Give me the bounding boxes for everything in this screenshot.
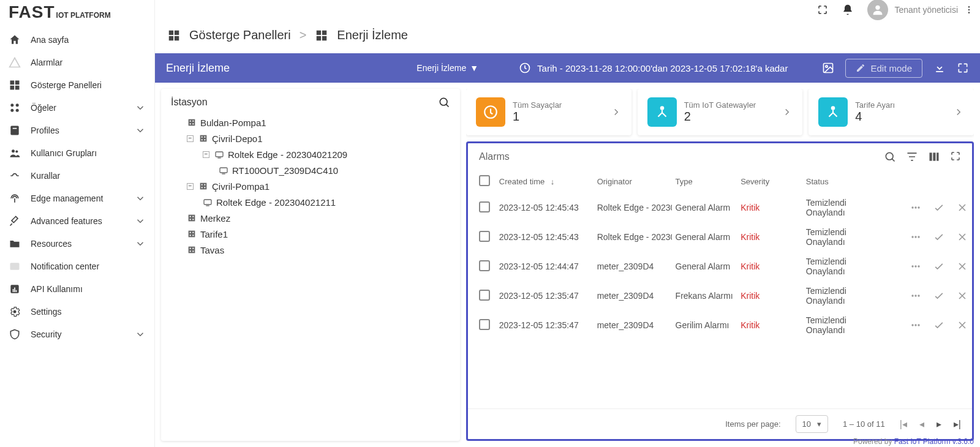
table-row[interactable]: 2023-12-05 12:44:47 meter_2309D4 General… [468, 252, 972, 281]
tree-node[interactable]: −Roltek Edge - 202304021209 [171, 146, 450, 162]
row-checkbox[interactable] [479, 201, 490, 212]
nav-item-advanced[interactable]: Advanced features [0, 209, 154, 232]
more-icon[interactable] [910, 260, 922, 272]
tree-node[interactable]: Tavas [171, 242, 450, 258]
footer-link[interactable]: Fast IoT Platform v.3.6.0 [894, 437, 974, 446]
svg-rect-28 [317, 36, 321, 40]
breadcrumb-item-1[interactable]: Gösterge Panelleri [189, 28, 291, 42]
collapse-icon[interactable]: − [187, 183, 194, 190]
select-all-checkbox[interactable] [479, 175, 490, 186]
tree-node[interactable]: −Çivril-Pompa1 [171, 178, 450, 194]
date-range-picker[interactable]: Tarih - 2023-11-28 12:00:00'dan 2023-12-… [519, 62, 788, 74]
close-icon[interactable] [956, 260, 968, 272]
table-row[interactable]: 2023-12-05 12:35:47 meter_2309D4 Gerilim… [468, 310, 972, 340]
stat-label: Tarife Ayarı [855, 100, 895, 110]
nav-item-api[interactable]: API Kullanımı [0, 277, 154, 300]
column-type[interactable]: Type [676, 177, 693, 186]
table-row[interactable]: 2023-12-05 12:35:47 meter_2309D4 Frekans… [468, 281, 972, 310]
close-icon[interactable] [956, 290, 968, 302]
search-icon[interactable] [884, 151, 896, 163]
more-vert-icon[interactable] [964, 5, 974, 15]
column-created-time[interactable]: Created time [499, 177, 545, 186]
check-icon[interactable] [933, 231, 945, 243]
expand-icon[interactable] [957, 62, 969, 74]
row-checkbox[interactable] [479, 231, 490, 242]
last-page-icon[interactable]: ▸| [954, 418, 961, 430]
dashboard-selector[interactable]: Enerji İzleme ▼ [417, 63, 478, 73]
svg-rect-23 [175, 30, 179, 34]
svg-point-18 [876, 6, 880, 10]
expand-icon[interactable] [950, 151, 961, 163]
first-page-icon[interactable]: |◂ [900, 418, 907, 430]
edit-mode-button[interactable]: Edit mode [845, 59, 922, 78]
nav-item-users[interactable]: Kullanıcı Grupları [0, 141, 154, 164]
fullscreen-icon[interactable] [817, 4, 828, 15]
table-row[interactable]: 2023-12-05 12:45:43 Roltek Edge - 202304… [468, 222, 972, 252]
nav-item-dashboard[interactable]: Gösterge Panelleri [0, 73, 154, 96]
nav-item-profiles[interactable]: Profiles [0, 119, 154, 141]
nav-label: Advanced features [24, 216, 135, 226]
nav-item-folder[interactable]: Resources [0, 232, 154, 255]
row-checkbox[interactable] [479, 319, 490, 330]
check-icon[interactable] [933, 260, 945, 272]
svg-rect-62 [189, 247, 195, 254]
prev-page-icon[interactable]: ◂ [919, 418, 924, 430]
column-status[interactable]: Status [806, 177, 829, 186]
bell-icon[interactable] [842, 4, 854, 16]
tree-node[interactable]: Buldan-Pompa1 [171, 115, 450, 130]
more-icon[interactable] [910, 231, 922, 243]
row-checkbox[interactable] [479, 290, 490, 301]
nav-item-security[interactable]: Security [0, 323, 154, 345]
stat-card[interactable]: Tüm Sayaçlar 1 [466, 89, 631, 135]
items-per-page-select[interactable]: 10 ▾ [796, 415, 828, 433]
chevron-right-icon [611, 107, 622, 118]
close-icon[interactable] [956, 231, 968, 243]
image-icon[interactable] [822, 62, 834, 74]
filter-icon[interactable] [906, 151, 918, 163]
stat-card[interactable]: Tüm IoT Gatewayler 2 [638, 89, 803, 135]
check-icon[interactable] [933, 290, 945, 302]
nav-item-rules[interactable]: Kurallar [0, 164, 154, 187]
collapse-icon[interactable]: − [187, 135, 194, 142]
close-icon[interactable] [956, 319, 968, 331]
next-page-icon[interactable]: ▸ [937, 418, 941, 430]
tree-node[interactable]: RT100OUT_2309D4C410 [171, 162, 450, 178]
nav-item-items[interactable]: Öğeler [0, 96, 154, 119]
nav-label: Alarmlar [24, 58, 146, 67]
table-row[interactable]: 2023-12-05 12:45:43 Roltek Edge - 202304… [468, 193, 972, 222]
more-icon[interactable] [910, 290, 922, 302]
nav-item-home[interactable]: Ana sayfa [0, 28, 154, 51]
check-icon[interactable] [933, 319, 945, 331]
account-menu[interactable]: Tenant yöneticisi [867, 0, 974, 20]
svg-rect-71 [930, 152, 932, 160]
nav-item-settings[interactable]: Settings [0, 300, 154, 323]
columns-icon[interactable] [928, 151, 940, 163]
cell-originator: meter_2309D4 [594, 310, 672, 340]
check-icon[interactable] [933, 201, 945, 214]
svg-point-4 [10, 103, 13, 107]
row-checkbox[interactable] [479, 260, 490, 271]
tree-node[interactable]: Merkez [171, 210, 450, 226]
nav-item-edge[interactable]: Edge management [0, 187, 154, 209]
svg-rect-44 [216, 152, 223, 157]
dashboard-content: İstasyon Buldan-Pompa1−Çivril-Depo1−Rolt… [155, 83, 980, 447]
stat-card[interactable]: Tarife Ayarı 4 [809, 89, 974, 135]
column-severity[interactable]: Severity [741, 177, 769, 186]
search-icon[interactable] [438, 96, 450, 108]
nav-item-alert[interactable]: Alarmlar [0, 51, 154, 73]
tree-node[interactable]: Roltek Edge - 202304021211 [171, 194, 450, 210]
svg-rect-35 [190, 121, 191, 122]
close-icon[interactable] [956, 201, 968, 214]
download-icon[interactable] [933, 62, 946, 74]
nav-label: Ana sayfa [24, 35, 146, 45]
svg-point-84 [914, 295, 916, 296]
tree-node[interactable]: Tarife1 [171, 226, 450, 242]
tree-node[interactable]: −Çivril-Depo1 [171, 130, 450, 146]
column-originator[interactable]: Originator [597, 177, 632, 186]
more-icon[interactable] [910, 201, 922, 214]
collapse-icon[interactable]: − [203, 151, 209, 158]
nav-item-notification[interactable]: Notification center [0, 255, 154, 277]
items-per-page-value: 10 [802, 419, 811, 429]
more-icon[interactable] [910, 319, 922, 331]
cell-type: General Alarm [672, 193, 737, 222]
